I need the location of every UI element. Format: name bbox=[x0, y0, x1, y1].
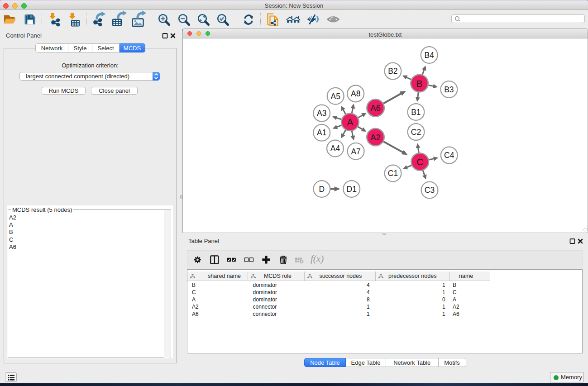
svg-text:B: B bbox=[416, 78, 423, 89]
svg-text:A1: A1 bbox=[317, 128, 326, 137]
svg-text:A7: A7 bbox=[351, 147, 360, 156]
svg-text:D: D bbox=[319, 185, 325, 194]
svg-text:A5: A5 bbox=[330, 92, 340, 101]
svg-text:C1: C1 bbox=[388, 169, 398, 178]
svg-text:A3: A3 bbox=[317, 109, 326, 118]
svg-text:C3: C3 bbox=[425, 186, 435, 195]
svg-text:A6: A6 bbox=[370, 103, 381, 113]
svg-text:D1: D1 bbox=[347, 185, 357, 194]
svg-text:C: C bbox=[416, 157, 423, 167]
svg-text:B3: B3 bbox=[444, 85, 454, 94]
svg-text:B1: B1 bbox=[411, 108, 421, 117]
svg-text:A8: A8 bbox=[351, 89, 360, 98]
svg-text:C4: C4 bbox=[444, 151, 454, 160]
svg-text:C2: C2 bbox=[411, 128, 421, 137]
svg-text:A: A bbox=[347, 117, 353, 127]
svg-text:B4: B4 bbox=[424, 51, 434, 60]
svg-text:A4: A4 bbox=[330, 144, 340, 153]
svg-text:A2: A2 bbox=[370, 133, 381, 142]
svg-text:B2: B2 bbox=[388, 67, 397, 76]
